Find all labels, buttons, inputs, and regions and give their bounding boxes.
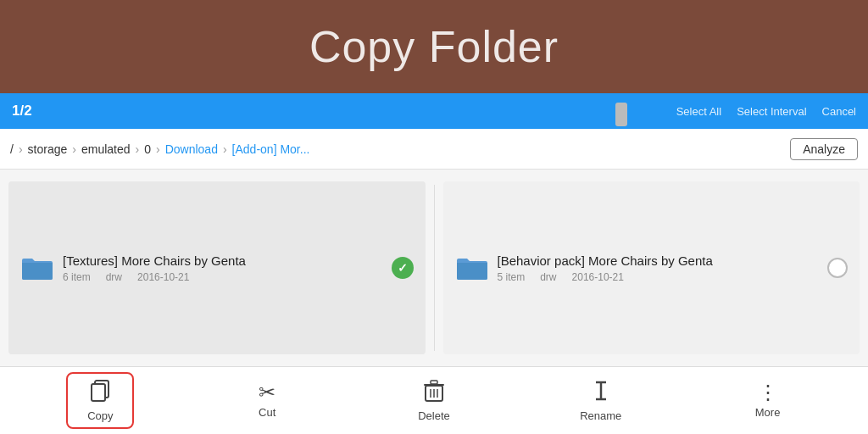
file-type-1: drw [106, 271, 122, 283]
svg-rect-1 [92, 384, 105, 401]
file-info-1: [Textures] More Chairs by Genta 6 item d… [63, 253, 381, 283]
file-name-2: [Behavior pack] More Chairs by Genta [498, 253, 818, 268]
breadcrumb-download[interactable]: Download [165, 142, 218, 156]
more-label: More [755, 406, 781, 419]
breadcrumb-sep-2: › [72, 142, 76, 156]
cancel-button[interactable]: Cancel [822, 105, 856, 118]
selection-bar: 1/2 Select All Select Interval Cancel [0, 93, 868, 129]
file-date-2: 2016-10-21 [572, 271, 624, 283]
breadcrumb-sep-4: › [156, 142, 160, 156]
svg-rect-3 [431, 381, 437, 384]
page-title: Copy Folder [309, 21, 559, 72]
delete-icon [423, 379, 445, 406]
file-meta-1: 6 item drw 2016-10-21 [63, 271, 381, 283]
file-items-2: 5 item [498, 271, 526, 283]
file-date-1: 2016-10-21 [137, 271, 189, 283]
folder-icon-1 [20, 255, 53, 281]
delete-toolbar-item[interactable]: Delete [400, 379, 468, 422]
breadcrumb-sep-1: › [19, 142, 23, 156]
scrollbar-hint [615, 103, 627, 126]
file-column-2: [Behavior pack] More Chairs by Genta 5 i… [435, 176, 869, 359]
more-icon: ⋮ [758, 382, 778, 403]
radio-icon-2 [827, 258, 848, 278]
check-icon-1 [392, 257, 414, 279]
bottom-toolbar: Copy ✂ Cut Delete [0, 366, 868, 434]
file-type-2: drw [540, 271, 556, 283]
select-interval-button[interactable]: Select Interval [737, 105, 806, 118]
delete-label: Delete [418, 409, 450, 422]
selection-counter: 1/2 [12, 103, 32, 120]
file-list-area: [Textures] More Chairs by Genta 6 item d… [0, 170, 868, 366]
breadcrumb-root[interactable]: / [10, 142, 14, 156]
file-info-2: [Behavior pack] More Chairs by Genta 5 i… [498, 253, 818, 283]
analyze-button[interactable]: Analyze [790, 138, 858, 160]
rename-label: Rename [580, 409, 621, 422]
cut-icon: ✂ [259, 382, 275, 403]
copy-toolbar-item[interactable]: Copy [66, 372, 134, 429]
file-items-1: 6 item [63, 271, 91, 283]
breadcrumb-storage[interactable]: storage [28, 142, 68, 156]
folder-icon-2 [455, 255, 487, 281]
breadcrumb-sep-3: › [136, 142, 140, 156]
cut-label: Cut [259, 406, 275, 419]
copy-label: Copy [87, 409, 113, 422]
file-item-2[interactable]: [Behavior pack] More Chairs by Genta 5 i… [443, 181, 860, 354]
select-all-button[interactable]: Select All [676, 105, 721, 118]
file-meta-2: 5 item drw 2016-10-21 [498, 271, 818, 283]
cut-toolbar-item[interactable]: ✂ Cut [233, 382, 301, 419]
breadcrumb-bar: / › storage › emulated › 0 › Download › … [0, 129, 868, 170]
more-toolbar-item[interactable]: ⋮ More [734, 382, 802, 419]
breadcrumb-sep-5: › [223, 142, 227, 156]
main-area: 1/2 Select All Select Interval Cancel / … [0, 93, 868, 434]
rename-icon [591, 379, 611, 406]
file-column-1: [Textures] More Chairs by Genta 6 item d… [0, 176, 434, 359]
file-item-1[interactable]: [Textures] More Chairs by Genta 6 item d… [8, 181, 426, 354]
breadcrumb-0[interactable]: 0 [144, 142, 151, 156]
breadcrumb-addon[interactable]: [Add-on] Mor... [232, 142, 310, 156]
page-header: Copy Folder [0, 0, 868, 93]
file-name-1: [Textures] More Chairs by Genta [63, 253, 381, 268]
breadcrumb-emulated[interactable]: emulated [81, 142, 131, 156]
copy-icon [88, 379, 112, 406]
rename-toolbar-item[interactable]: Rename [567, 379, 635, 422]
